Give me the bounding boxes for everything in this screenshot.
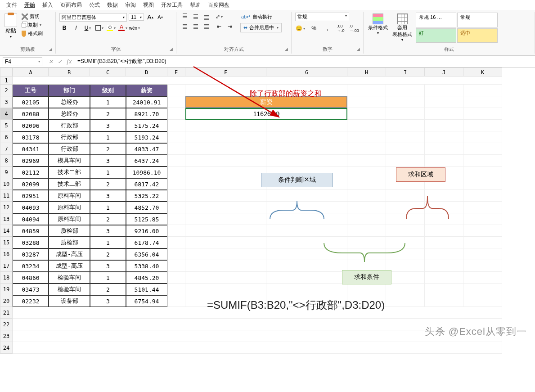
cell[interactable] [185,143,266,155]
cell[interactable] [386,284,425,295]
cell[interactable] [167,225,185,237]
cell[interactable] [347,96,386,108]
menu-数据[interactable]: 数据 [103,0,121,10]
table-cell[interactable]: 4845.20 [126,272,167,284]
number-launcher[interactable]: ◢ [357,47,362,52]
decrease-font-button[interactable]: A▾ [156,13,165,22]
table-cell[interactable]: 6817.42 [126,178,167,190]
col-header-C[interactable]: C [90,68,126,77]
row-header-12[interactable]: 12 [0,202,13,213]
cell[interactable] [167,202,185,213]
cell[interactable] [185,155,266,167]
cell[interactable] [167,120,185,131]
table-cell[interactable]: 3 [90,260,126,272]
fill-color-button[interactable]: ◇ [106,23,116,32]
increase-font-button[interactable]: A▴ [146,13,155,22]
cell[interactable] [266,272,347,284]
formula-cancel-button[interactable]: ✕ [47,58,55,66]
table-cell[interactable]: 8921.70 [126,108,167,120]
table-cell[interactable]: 04859 [13,225,49,237]
cell[interactable] [425,213,463,225]
table-cell[interactable]: 技术二部 [49,178,90,190]
table-header[interactable]: 级别 [90,85,126,96]
menu-开发工具[interactable]: 开发工具 [157,0,186,10]
cell[interactable] [425,120,463,131]
table-cell[interactable]: 总经办 [49,108,90,120]
cell[interactable] [347,237,386,248]
cell[interactable] [347,178,386,190]
cell[interactable] [425,284,463,295]
cell[interactable] [386,155,425,167]
cell[interactable] [425,237,463,248]
cell[interactable] [266,143,347,155]
conditional-format-button[interactable]: 条件格式▾ [367,13,389,43]
menu-百度网盘[interactable]: 百度网盘 [204,0,233,10]
cell[interactable] [425,143,463,155]
table-cell[interactable]: 1 [90,202,126,213]
row-header-18[interactable]: 18 [0,272,13,284]
cell[interactable] [167,260,185,272]
col-header-E[interactable]: E [167,68,185,77]
cell[interactable] [185,225,266,237]
col-header-D[interactable]: D [126,68,167,77]
cell[interactable] [167,167,185,178]
table-cell[interactable]: 6437.24 [126,155,167,167]
cell[interactable] [185,202,266,213]
cell[interactable] [347,190,386,202]
cell[interactable] [386,260,425,272]
italic-button[interactable]: I [71,23,81,32]
col-header-B[interactable]: B [49,68,90,77]
table-cell[interactable]: 03234 [13,260,49,272]
cell[interactable] [425,272,463,284]
table-cell[interactable]: 03288 [13,237,49,248]
cell-style-normal16[interactable]: 常规 16 … [416,13,456,27]
cell[interactable] [463,284,502,295]
row-header-1[interactable]: 1 [0,77,13,85]
align-left-button[interactable] [180,23,190,31]
phonetic-button[interactable]: wén [130,23,139,32]
cell[interactable] [463,272,502,284]
cell-style-neutral[interactable]: 适中 [457,28,498,43]
table-header[interactable]: 工号 [13,85,49,96]
cell[interactable] [347,155,386,167]
cell[interactable] [266,225,347,237]
menu-文件[interactable]: 文件 [3,0,21,10]
row-header-9[interactable]: 9 [0,167,13,178]
cell[interactable] [425,96,463,108]
percent-format-button[interactable]: % [309,24,319,33]
cell[interactable] [185,237,266,248]
table-cell[interactable]: 2 [90,284,126,295]
table-cell[interactable]: 2 [90,108,126,120]
cell[interactable] [386,213,425,225]
row-header-3[interactable]: 3 [0,96,13,108]
cell[interactable] [167,237,185,248]
table-cell[interactable]: 行政部 [49,131,90,143]
cell[interactable] [463,108,502,120]
table-cell[interactable]: 3 [90,155,126,167]
cell[interactable] [167,248,185,260]
cell[interactable] [167,190,185,202]
number-format-select[interactable]: 常规▾ [295,13,349,21]
table-cell[interactable]: 03287 [13,248,49,260]
col-header-I[interactable]: I [386,68,425,77]
cell[interactable] [425,225,463,237]
cell[interactable] [167,155,185,167]
format-as-table-button[interactable]: 套用 表格格式▾ [391,13,413,43]
table-cell[interactable]: 10986.10 [126,167,167,178]
table-cell[interactable]: 行政部 [49,143,90,155]
row-header-5[interactable]: 5 [0,120,13,131]
row-header-11[interactable]: 11 [0,190,13,202]
table-cell[interactable]: 行政部 [49,120,90,131]
cell[interactable] [185,131,266,143]
cell[interactable] [425,248,463,260]
align-launcher[interactable]: ◢ [285,47,290,52]
bold-button[interactable]: B [59,23,69,32]
formula-bar-input[interactable]: =SUMIF(B3:B20,"<>行政部",D3:D20) [75,57,535,66]
cell[interactable] [463,295,502,307]
format-painter-button[interactable]: 格式刷 [21,30,44,37]
cell-style-normal[interactable]: 常规 [457,13,498,27]
row-header-20[interactable]: 20 [0,295,13,307]
cell[interactable] [347,167,386,178]
cell[interactable] [266,213,347,225]
table-cell[interactable]: 原料车间 [49,202,90,213]
